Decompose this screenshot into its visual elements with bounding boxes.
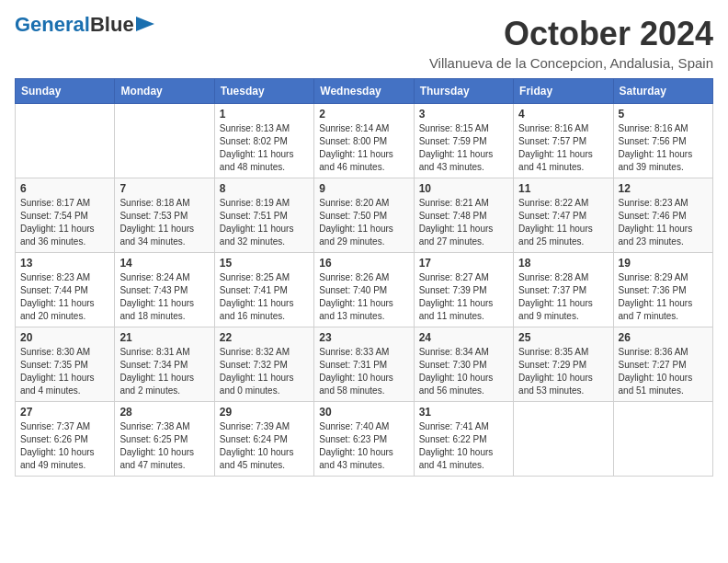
calendar-week-1: 1Sunrise: 8:13 AM Sunset: 8:02 PM Daylig… — [16, 104, 713, 178]
day-number: 19 — [619, 257, 708, 270]
calendar-cell: 9Sunrise: 8:20 AM Sunset: 7:50 PM Daylig… — [314, 178, 414, 253]
calendar-cell: 7Sunrise: 8:18 AM Sunset: 7:53 PM Daylig… — [115, 178, 214, 253]
location-subtitle: Villanueva de la Concepcion, Andalusia, … — [429, 55, 713, 71]
day-info: Sunrise: 7:37 AM Sunset: 6:26 PM Dayligh… — [20, 420, 109, 472]
calendar-cell: 25Sunrise: 8:35 AM Sunset: 7:29 PM Dayli… — [514, 327, 613, 402]
calendar-cell — [115, 104, 214, 178]
calendar-cell — [514, 402, 613, 477]
calendar-cell — [16, 104, 115, 178]
calendar-cell: 11Sunrise: 8:22 AM Sunset: 7:47 PM Dayli… — [514, 178, 613, 253]
calendar-week-4: 20Sunrise: 8:30 AM Sunset: 7:35 PM Dayli… — [16, 327, 713, 402]
calendar-cell — [613, 402, 712, 477]
calendar-cell: 27Sunrise: 7:37 AM Sunset: 6:26 PM Dayli… — [16, 402, 115, 477]
calendar-week-2: 6Sunrise: 8:17 AM Sunset: 7:54 PM Daylig… — [16, 178, 713, 253]
calendar-cell: 2Sunrise: 8:14 AM Sunset: 8:00 PM Daylig… — [314, 104, 414, 178]
day-header-wednesday: Wednesday — [314, 79, 414, 104]
day-info: Sunrise: 8:13 AM Sunset: 8:02 PM Dayligh… — [220, 122, 309, 174]
calendar-cell: 6Sunrise: 8:17 AM Sunset: 7:54 PM Daylig… — [16, 178, 115, 253]
day-number: 13 — [20, 257, 109, 270]
calendar-cell: 28Sunrise: 7:38 AM Sunset: 6:25 PM Dayli… — [115, 402, 214, 477]
day-header-friday: Friday — [514, 79, 613, 104]
day-header-tuesday: Tuesday — [214, 79, 313, 104]
day-info: Sunrise: 8:17 AM Sunset: 7:54 PM Dayligh… — [20, 197, 109, 248]
day-number: 20 — [20, 331, 109, 344]
title-section: October 2024 Villanueva de la Concepcion… — [429, 15, 713, 71]
day-info: Sunrise: 8:23 AM Sunset: 7:44 PM Dayligh… — [20, 271, 109, 323]
day-info: Sunrise: 8:16 AM Sunset: 7:56 PM Dayligh… — [619, 122, 708, 174]
calendar-cell: 21Sunrise: 8:31 AM Sunset: 7:34 PM Dayli… — [115, 327, 214, 402]
day-info: Sunrise: 8:36 AM Sunset: 7:27 PM Dayligh… — [619, 346, 708, 397]
logo-arrow-icon — [136, 15, 156, 33]
day-info: Sunrise: 8:33 AM Sunset: 7:31 PM Dayligh… — [319, 346, 408, 397]
logo: GeneralBlue — [15, 15, 156, 35]
day-number: 14 — [119, 257, 209, 270]
day-number: 11 — [518, 182, 608, 195]
day-info: Sunrise: 8:22 AM Sunset: 7:47 PM Dayligh… — [518, 197, 608, 248]
day-info: Sunrise: 8:19 AM Sunset: 7:51 PM Dayligh… — [220, 197, 309, 248]
calendar-week-5: 27Sunrise: 7:37 AM Sunset: 6:26 PM Dayli… — [16, 402, 713, 477]
calendar-cell: 18Sunrise: 8:28 AM Sunset: 7:37 PM Dayli… — [514, 253, 613, 327]
day-number: 18 — [518, 257, 608, 270]
day-info: Sunrise: 8:34 AM Sunset: 7:30 PM Dayligh… — [419, 346, 508, 397]
month-title: October 2024 — [429, 15, 713, 53]
day-info: Sunrise: 7:40 AM Sunset: 6:23 PM Dayligh… — [319, 420, 408, 472]
calendar-cell: 24Sunrise: 8:34 AM Sunset: 7:30 PM Dayli… — [414, 327, 513, 402]
svg-marker-0 — [136, 17, 154, 31]
page-header: GeneralBlue October 2024 Villanueva de l… — [15, 15, 713, 71]
day-info: Sunrise: 8:35 AM Sunset: 7:29 PM Dayligh… — [518, 346, 608, 397]
calendar-cell: 30Sunrise: 7:40 AM Sunset: 6:23 PM Dayli… — [314, 402, 414, 477]
day-number: 8 — [220, 182, 309, 195]
day-number: 31 — [419, 406, 508, 419]
calendar-week-3: 13Sunrise: 8:23 AM Sunset: 7:44 PM Dayli… — [16, 253, 713, 327]
calendar-cell: 4Sunrise: 8:16 AM Sunset: 7:57 PM Daylig… — [514, 104, 613, 178]
logo-text: GeneralBlue — [15, 15, 134, 35]
day-number: 22 — [220, 331, 309, 344]
day-info: Sunrise: 7:38 AM Sunset: 6:25 PM Dayligh… — [119, 420, 209, 472]
day-number: 2 — [319, 108, 408, 121]
calendar-cell: 5Sunrise: 8:16 AM Sunset: 7:56 PM Daylig… — [613, 104, 712, 178]
day-number: 6 — [20, 182, 109, 195]
day-number: 21 — [119, 331, 209, 344]
day-info: Sunrise: 7:41 AM Sunset: 6:22 PM Dayligh… — [419, 420, 508, 472]
calendar-cell: 20Sunrise: 8:30 AM Sunset: 7:35 PM Dayli… — [16, 327, 115, 402]
day-number: 16 — [319, 257, 408, 270]
calendar-cell: 8Sunrise: 8:19 AM Sunset: 7:51 PM Daylig… — [214, 178, 313, 253]
calendar-cell: 10Sunrise: 8:21 AM Sunset: 7:48 PM Dayli… — [414, 178, 513, 253]
day-info: Sunrise: 8:16 AM Sunset: 7:57 PM Dayligh… — [518, 122, 608, 174]
day-number: 5 — [619, 108, 708, 121]
day-number: 23 — [319, 331, 408, 344]
day-number: 30 — [319, 406, 408, 419]
calendar-cell: 23Sunrise: 8:33 AM Sunset: 7:31 PM Dayli… — [314, 327, 414, 402]
day-number: 9 — [319, 182, 408, 195]
day-info: Sunrise: 8:24 AM Sunset: 7:43 PM Dayligh… — [119, 271, 209, 323]
calendar-cell: 16Sunrise: 8:26 AM Sunset: 7:40 PM Dayli… — [314, 253, 414, 327]
calendar-cell: 14Sunrise: 8:24 AM Sunset: 7:43 PM Dayli… — [115, 253, 214, 327]
day-number: 1 — [220, 108, 309, 121]
day-number: 17 — [419, 257, 508, 270]
day-info: Sunrise: 8:31 AM Sunset: 7:34 PM Dayligh… — [119, 346, 209, 397]
day-header-thursday: Thursday — [414, 79, 513, 104]
day-info: Sunrise: 8:26 AM Sunset: 7:40 PM Dayligh… — [319, 271, 408, 323]
day-number: 26 — [619, 331, 708, 344]
calendar-cell: 26Sunrise: 8:36 AM Sunset: 7:27 PM Dayli… — [613, 327, 712, 402]
calendar-cell: 17Sunrise: 8:27 AM Sunset: 7:39 PM Dayli… — [414, 253, 513, 327]
calendar-table: SundayMondayTuesdayWednesdayThursdayFrid… — [15, 78, 713, 477]
day-info: Sunrise: 8:27 AM Sunset: 7:39 PM Dayligh… — [419, 271, 508, 323]
calendar-cell: 19Sunrise: 8:29 AM Sunset: 7:36 PM Dayli… — [613, 253, 712, 327]
day-number: 10 — [419, 182, 508, 195]
calendar-cell: 3Sunrise: 8:15 AM Sunset: 7:59 PM Daylig… — [414, 104, 513, 178]
day-info: Sunrise: 8:25 AM Sunset: 7:41 PM Dayligh… — [220, 271, 309, 323]
calendar-cell: 29Sunrise: 7:39 AM Sunset: 6:24 PM Dayli… — [214, 402, 313, 477]
calendar-cell: 12Sunrise: 8:23 AM Sunset: 7:46 PM Dayli… — [613, 178, 712, 253]
day-info: Sunrise: 8:29 AM Sunset: 7:36 PM Dayligh… — [619, 271, 708, 323]
day-info: Sunrise: 8:20 AM Sunset: 7:50 PM Dayligh… — [319, 197, 408, 248]
calendar-cell: 13Sunrise: 8:23 AM Sunset: 7:44 PM Dayli… — [16, 253, 115, 327]
day-info: Sunrise: 8:23 AM Sunset: 7:46 PM Dayligh… — [619, 197, 708, 248]
day-header-saturday: Saturday — [613, 79, 712, 104]
day-info: Sunrise: 8:18 AM Sunset: 7:53 PM Dayligh… — [119, 197, 209, 248]
calendar-cell: 1Sunrise: 8:13 AM Sunset: 8:02 PM Daylig… — [214, 104, 313, 178]
day-number: 24 — [419, 331, 508, 344]
calendar-cell: 15Sunrise: 8:25 AM Sunset: 7:41 PM Dayli… — [214, 253, 313, 327]
day-number: 25 — [518, 331, 608, 344]
day-header-sunday: Sunday — [16, 79, 115, 104]
